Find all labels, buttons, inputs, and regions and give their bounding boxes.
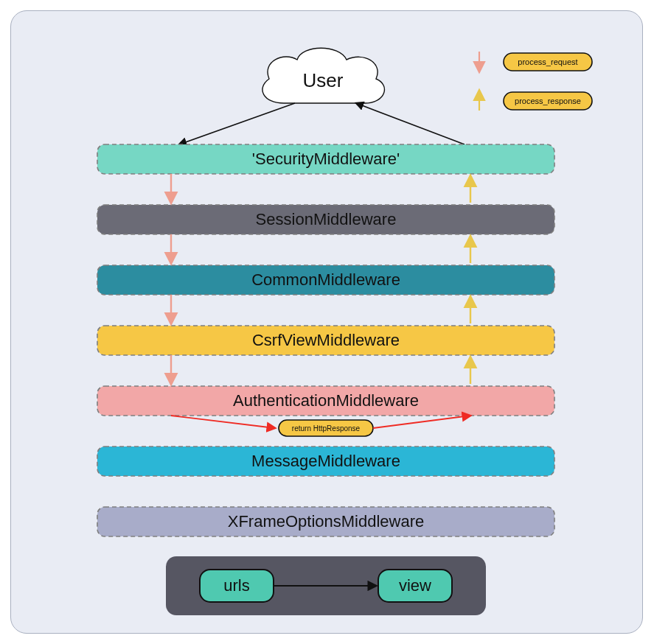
user-label: User xyxy=(303,69,344,91)
auth-to-return-arrow xyxy=(171,416,275,428)
middleware-security: 'SecurityMiddleware' xyxy=(97,144,554,174)
middleware-stack: 'SecurityMiddleware' SessionMiddleware C… xyxy=(97,144,554,536)
legend: process_request process_response xyxy=(479,52,592,111)
middleware-auth: AuthenticationMiddleware xyxy=(97,386,554,416)
user-cloud: User xyxy=(262,48,384,103)
middleware-diagram: process_request process_response User 'S… xyxy=(11,11,644,634)
legend-response-label: process_response xyxy=(515,97,581,105)
middleware-common: CommonMiddleware xyxy=(97,265,554,295)
middleware-label: XFrameOptionsMiddleware xyxy=(228,512,425,531)
middleware-label: CsrfViewMiddleware xyxy=(252,331,400,349)
middleware-session: SessionMiddleware xyxy=(97,205,554,234)
middleware-label: AuthenticationMiddleware xyxy=(233,391,419,410)
middleware-csrf: CsrfViewMiddleware xyxy=(97,326,554,355)
view-label: view xyxy=(399,576,431,595)
legend-request-label: process_request xyxy=(518,57,577,66)
return-to-response-arrow xyxy=(373,416,470,428)
middleware-message: MessageMiddleware xyxy=(97,447,554,476)
middleware-label: CommonMiddleware xyxy=(251,270,400,289)
return-label: return HttpResponse xyxy=(292,424,361,433)
urls-label: urls xyxy=(223,576,249,595)
middleware-xframe: XFrameOptionsMiddleware xyxy=(97,507,554,536)
user-to-security-arrow xyxy=(179,103,295,144)
return-httpresponse: return HttpResponse xyxy=(279,420,373,436)
middleware-label: SessionMiddleware xyxy=(256,210,397,228)
diagram-canvas: process_request process_response User 'S… xyxy=(10,10,643,634)
middleware-label: MessageMiddleware xyxy=(251,452,400,470)
security-to-user-arrow xyxy=(356,103,465,144)
middleware-label: 'SecurityMiddleware' xyxy=(252,150,400,168)
routing-box: urls view xyxy=(166,556,486,615)
